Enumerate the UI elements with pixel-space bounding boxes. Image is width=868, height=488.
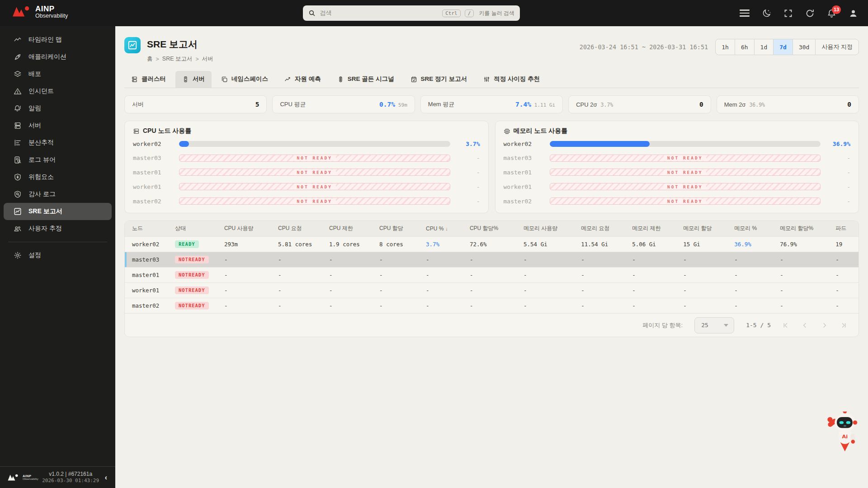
sidebar-item-tracing[interactable]: 분산추적	[4, 134, 112, 151]
tab-label: 서버	[193, 75, 205, 83]
node-value: -	[457, 155, 480, 161]
items-per-page-select[interactable]: 25	[694, 317, 734, 333]
chart-title: 메모리 노드 사용률	[514, 127, 568, 135]
node-label: master03	[133, 155, 173, 161]
column-header[interactable]: CPU 할당	[376, 221, 422, 236]
column-header[interactable]: 메모리 %	[731, 221, 776, 236]
not-ready-bar: NOT READY	[550, 197, 821, 205]
forecast-icon	[284, 76, 291, 83]
column-header[interactable]: 메모리 요청	[577, 221, 628, 236]
tab-cluster[interactable]: 클러스터	[124, 71, 173, 88]
sidebar-item-alerts[interactable]: 알림	[4, 100, 112, 117]
breadcrumb-item[interactable]: SRE 보고서	[162, 55, 193, 63]
tab-server[interactable]: 서버	[175, 71, 212, 88]
table-row-master01[interactable]: master01 NOTREADY -------------	[125, 267, 859, 282]
search-input[interactable]: 검색 Ctrl / 키를 눌러 검색	[303, 5, 520, 21]
tab-right-sizing[interactable]: 적정 사이징 추천	[476, 71, 547, 88]
column-header[interactable]: 노드	[125, 221, 171, 236]
column-header[interactable]: CPU %↓	[422, 221, 466, 236]
gear-icon	[14, 251, 22, 259]
sidebar-item-servers[interactable]: 서버	[4, 117, 112, 134]
menu-icon[interactable]	[740, 9, 750, 18]
time-range-button-1d[interactable]: 1d	[754, 39, 774, 55]
sidebar-item-partial-top[interactable]	[4, 26, 112, 31]
chart-row-master01: master01 NOT READY -	[504, 169, 851, 176]
time-range-button-6h[interactable]: 6h	[735, 39, 754, 55]
column-header[interactable]: 메모리 할당	[679, 221, 731, 236]
column-header[interactable]: 메모리 할당%	[776, 221, 832, 236]
table-cell: -	[326, 267, 376, 282]
table-cell: -	[422, 298, 466, 313]
node-name-cell: master01	[125, 267, 171, 282]
table-cell: -	[628, 298, 679, 313]
sidebar-item-timeline-map[interactable]: 타임라인 맵	[4, 31, 112, 48]
sidebar-collapse-icon[interactable]: ‹	[103, 472, 109, 483]
last-page-icon[interactable]	[840, 322, 847, 329]
ainp-logo-icon	[12, 5, 31, 19]
stat-value: 0.7%	[379, 101, 395, 108]
column-header[interactable]: CPU 할당%	[466, 221, 520, 236]
time-range-group: 1h6h1d7d30d사용자 지정	[715, 39, 859, 55]
user-avatar-icon[interactable]	[849, 9, 858, 18]
assistant-robot-mascot[interactable]: Ai	[826, 409, 862, 452]
sidebar-item-risk-factors[interactable]: 위험요소	[4, 169, 112, 186]
table-row-master02[interactable]: master02 NOTREADY -------------	[125, 298, 859, 313]
fullscreen-icon[interactable]	[783, 9, 793, 18]
table-cell: -	[832, 282, 859, 298]
tab-resource-forecast[interactable]: 자원 예측	[278, 71, 328, 88]
refresh-icon[interactable]	[805, 9, 815, 18]
column-header[interactable]: 메모리 사용량	[520, 221, 577, 236]
footer-logo-icon	[7, 474, 19, 482]
table-cell: 8 cores	[376, 236, 422, 252]
table-cell: -	[466, 282, 520, 298]
dark-mode-icon[interactable]	[762, 9, 771, 18]
column-header[interactable]: 메모리 제한	[628, 221, 679, 236]
not-ready-bar: NOT READY	[550, 183, 821, 190]
column-header[interactable]: 상태	[171, 221, 221, 236]
sidebar-item-incidents[interactable]: 인시던트	[4, 83, 112, 100]
time-range-button-30d[interactable]: 30d	[793, 39, 815, 55]
sidebar-item-audit-log[interactable]: 감사 로그	[4, 186, 112, 203]
sidebar-item-sre-report[interactable]: SRE 보고서	[4, 203, 112, 220]
table-cell: 3.7%	[422, 236, 466, 252]
status-badge: NOTREADY	[175, 302, 209, 310]
first-page-icon[interactable]	[783, 322, 790, 329]
tab-sre-golden-signal[interactable]: SRE 골든 시그널	[330, 71, 401, 88]
tab-namespace[interactable]: 네임스페이스	[214, 71, 275, 88]
stat-card-mem-avg: Mem 평균 7.4%1.11 Gi	[420, 95, 563, 113]
table-cell: -	[679, 252, 731, 267]
breadcrumb-item[interactable]: 홈	[147, 55, 153, 63]
next-page-icon[interactable]	[821, 322, 828, 329]
sidebar-item-settings[interactable]: 설정	[4, 247, 112, 264]
sidebar-item-log-viewer[interactable]: 로그 뷰어	[4, 151, 112, 169]
stat-card-mem-2sigma: Mem 2σ36.9% 0	[717, 95, 859, 113]
tab-sre-periodic-report[interactable]: SRE 정기 보고서	[404, 71, 474, 88]
notification-bell-icon[interactable]: 13	[827, 9, 836, 18]
table-row-worker02[interactable]: worker02 READY 293m5.81 cores1.9 cores8 …	[125, 236, 859, 252]
node-label: worker02	[133, 141, 173, 147]
table-cell: -	[628, 252, 679, 267]
time-range-button-7d[interactable]: 7d	[773, 39, 793, 55]
time-range-button-사용자 지정[interactable]: 사용자 지정	[815, 39, 859, 55]
prev-page-icon[interactable]	[802, 322, 809, 329]
sort-desc-icon: ↓	[445, 226, 448, 231]
app-logo[interactable]: AINP Observability	[12, 5, 68, 19]
sidebar-item-user-estimation[interactable]: 사용자 추정	[4, 220, 112, 237]
time-range-button-1h[interactable]: 1h	[716, 39, 735, 55]
column-header[interactable]: CPU 사용량	[221, 221, 274, 236]
column-header[interactable]: CPU 요청	[274, 221, 326, 236]
sidebar-item-applications[interactable]: 애플리케이션	[4, 48, 112, 66]
column-header[interactable]: 파드	[832, 221, 859, 236]
table-row-master03[interactable]: master03 NOTREADY -------------	[125, 252, 859, 267]
sidebar-item-deployments[interactable]: 배포	[4, 66, 112, 83]
column-header[interactable]: CPU 제한	[326, 221, 376, 236]
table-cell: -	[274, 252, 326, 267]
table-row-worker01[interactable]: worker01 NOTREADY -------------	[125, 282, 859, 298]
stat-label: Mem 2σ	[724, 101, 746, 108]
logo-subtitle: Observability	[35, 13, 68, 19]
node-label: master02	[504, 198, 543, 205]
stats-row: 서버 5 CPU 평균 0.7%59m Mem 평균 7.4%1.11 Gi C…	[124, 95, 859, 113]
node-label: worker01	[133, 183, 173, 190]
breadcrumb-item[interactable]: 서버	[202, 55, 213, 63]
sidebar-item-label: 사용자 추정	[28, 225, 62, 233]
